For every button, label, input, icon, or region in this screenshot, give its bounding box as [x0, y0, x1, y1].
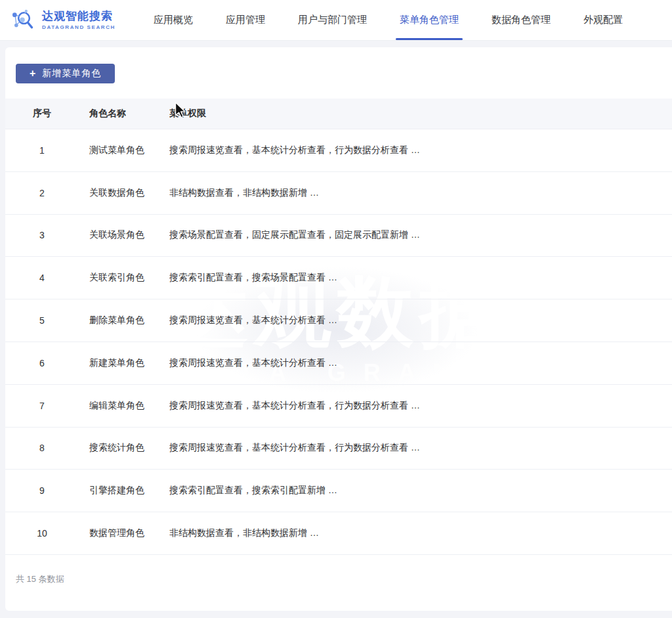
- row-index: 5: [32, 315, 52, 326]
- tab-data-role-manage[interactable]: 数据角色管理: [492, 0, 551, 40]
- row-permissions: 搜索索引配置查看，搜索场景配置查看 …: [169, 272, 672, 284]
- row-role-name: 关联索引角色: [89, 272, 169, 284]
- row-permissions: 搜索周报速览查看，基本统计分析查看 …: [169, 315, 672, 326]
- row-index: 10: [32, 528, 52, 539]
- row-index: 3: [32, 230, 52, 240]
- brand-name: 达观智能搜索: [42, 10, 116, 23]
- row-index: 1: [32, 145, 52, 156]
- row-role-name: 搜索统计角色: [89, 442, 169, 454]
- table-row[interactable]: 5 删除菜单角色 搜索周报速览查看，基本统计分析查看 …: [5, 299, 672, 342]
- row-permissions: 非结构数据查看，非结构数据新增 …: [169, 527, 672, 539]
- tab-app-manage[interactable]: 应用管理: [226, 0, 265, 40]
- row-role-name: 删除菜单角色: [89, 315, 169, 326]
- table-row[interactable]: 7 编辑菜单角色 搜索周报速览查看，基本统计分析查看，行为数据分析查看 …: [5, 385, 672, 428]
- row-permissions: 搜索周报速览查看，基本统计分析查看，行为数据分析查看 …: [169, 144, 672, 156]
- row-permissions: 搜索场景配置查看，固定展示配置查看，固定展示配置新增 …: [169, 229, 672, 241]
- row-permissions: 搜索周报速览查看，基本统计分析查看，行为数据分析查看 …: [169, 400, 672, 412]
- row-role-name: 新建菜单角色: [89, 357, 169, 369]
- tab-appearance-config[interactable]: 外观配置: [583, 0, 623, 40]
- brand-subtitle: DATAGRAND SEARCH: [42, 24, 116, 30]
- table-row[interactable]: 2 关联数据角色 非结构数据查看，非结构数据新增 …: [5, 172, 672, 215]
- add-menu-role-button[interactable]: + 新增菜单角色: [16, 64, 115, 83]
- row-permissions: 搜索周报速览查看，基本统计分析查看，行为数据分析查看 …: [169, 442, 672, 454]
- col-header-permissions: 菜单权限: [169, 108, 672, 120]
- row-role-name: 数据管理角色: [89, 527, 169, 539]
- row-role-name: 关联数据角色: [89, 187, 169, 199]
- table-row[interactable]: 1 测试菜单角色 搜索周报速览查看，基本统计分析查看，行为数据分析查看 …: [5, 129, 672, 172]
- table-row[interactable]: 3 关联场景角色 搜索场景配置查看，固定展示配置查看，固定展示配置新增 …: [5, 215, 672, 257]
- table-row[interactable]: 6 新建菜单角色 搜索周报速览查看，基本统计分析查看 …: [5, 342, 672, 385]
- col-header-role-name: 角色名称: [89, 108, 169, 120]
- table-header-row: 序号 角色名称 菜单权限: [5, 99, 672, 129]
- top-navbar: 达观智能搜索 DATAGRAND SEARCH 应用概览 应用管理 用户与部门管…: [0, 0, 672, 41]
- menu-roles-table: 序号 角色名称 菜单权限 1 测试菜单角色 搜索周报速览查看，基本统计分析查看，…: [5, 99, 672, 555]
- table-row[interactable]: 8 搜索统计角色 搜索周报速览查看，基本统计分析查看，行为数据分析查看 …: [5, 428, 672, 470]
- row-index: 2: [32, 188, 52, 198]
- table-row[interactable]: 4 关联索引角色 搜索索引配置查看，搜索场景配置查看 …: [5, 257, 672, 299]
- brand-logo-icon: [9, 7, 35, 33]
- row-permissions: 非结构数据查看，非结构数据新增 …: [169, 187, 672, 199]
- total-count: 共 15 条数据: [16, 574, 64, 584]
- row-index: 7: [32, 401, 52, 411]
- col-header-index: 序号: [32, 108, 52, 120]
- row-role-name: 引擎搭建角色: [89, 485, 169, 497]
- table-row[interactable]: 10 数据管理角色 非结构数据查看，非结构数据新增 …: [5, 512, 672, 555]
- row-index: 8: [32, 443, 52, 453]
- tab-app-overview[interactable]: 应用概览: [154, 0, 193, 40]
- row-permissions: 搜索周报速览查看，基本统计分析查看 …: [169, 357, 672, 369]
- row-index: 4: [32, 273, 52, 283]
- nav-tabs: 应用概览 应用管理 用户与部门管理 菜单角色管理 数据角色管理 外观配置: [154, 0, 623, 40]
- tab-user-dept-manage[interactable]: 用户与部门管理: [298, 0, 367, 40]
- brand-text: 达观智能搜索 DATAGRAND SEARCH: [42, 10, 116, 30]
- row-role-name: 编辑菜单角色: [89, 400, 169, 412]
- row-index: 9: [32, 485, 52, 496]
- plus-icon: +: [30, 68, 36, 79]
- content-card: 达观数据 DATA GRAND + 新增菜单角色 序号 角色名称 菜单权限 1 …: [5, 47, 672, 611]
- brand-logo[interactable]: 达观智能搜索 DATAGRAND SEARCH: [9, 7, 116, 33]
- tab-menu-role-manage[interactable]: 菜单角色管理: [400, 0, 459, 40]
- row-index: 6: [32, 358, 52, 368]
- row-role-name: 测试菜单角色: [89, 144, 169, 156]
- row-permissions: 搜索索引配置查看，搜索索引配置新增 …: [169, 485, 672, 497]
- add-menu-role-label: 新增菜单角色: [42, 68, 101, 79]
- row-role-name: 关联场景角色: [89, 229, 169, 241]
- table-row[interactable]: 9 引擎搭建角色 搜索索引配置查看，搜索索引配置新增 …: [5, 470, 672, 512]
- table-body: 1 测试菜单角色 搜索周报速览查看，基本统计分析查看，行为数据分析查看 … 2 …: [5, 129, 672, 555]
- table-footer: 共 15 条数据: [5, 555, 672, 585]
